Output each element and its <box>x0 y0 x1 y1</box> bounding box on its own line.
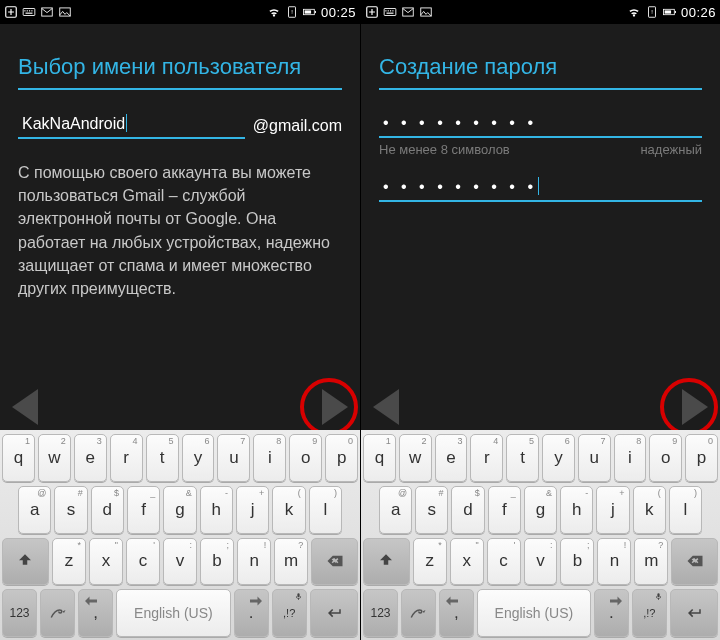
key-f[interactable]: f_ <box>488 486 521 534</box>
key-z[interactable]: z* <box>52 538 86 586</box>
key-v[interactable]: v: <box>163 538 197 586</box>
status-bar: ! 00:25 <box>0 0 360 24</box>
key-i[interactable]: i8 <box>253 434 286 482</box>
key-o[interactable]: o9 <box>649 434 682 482</box>
email-suffix: @gmail.com <box>253 117 342 139</box>
back-button[interactable] <box>12 389 38 425</box>
key-c[interactable]: c' <box>126 538 160 586</box>
key-.[interactable]: . <box>594 589 629 637</box>
key-m[interactable]: m? <box>274 538 308 586</box>
mail-icon <box>40 5 54 19</box>
key-n[interactable]: n! <box>237 538 271 586</box>
key-x[interactable]: x" <box>89 538 123 586</box>
status-bar: ! 00:26 <box>361 0 720 24</box>
key-q[interactable]: q1 <box>363 434 396 482</box>
key-w[interactable]: w2 <box>399 434 432 482</box>
key-f[interactable]: f_ <box>127 486 160 534</box>
key-p[interactable]: p0 <box>325 434 358 482</box>
password-confirm-input[interactable]: • • • • • • • • • <box>379 175 702 202</box>
screen-username: ! 00:25 Выбор имени пользователя KakNaAn… <box>0 0 360 640</box>
key-q[interactable]: q1 <box>2 434 35 482</box>
nav-row <box>361 389 720 425</box>
svg-rect-17 <box>388 10 389 11</box>
text-cursor <box>538 177 539 195</box>
svg-rect-5 <box>31 10 32 11</box>
key-b[interactable]: b; <box>200 538 234 586</box>
enter-key[interactable] <box>310 589 358 637</box>
enter-key[interactable] <box>670 589 718 637</box>
key-a[interactable]: a@ <box>18 486 51 534</box>
space-key[interactable]: English (US) <box>477 589 591 637</box>
password-input[interactable]: • • • • • • • • • <box>379 112 702 138</box>
key-h[interactable]: h- <box>200 486 233 534</box>
username-input[interactable]: KakNaAndroid <box>18 112 245 139</box>
key-k[interactable]: k( <box>633 486 666 534</box>
key-i[interactable]: i8 <box>614 434 647 482</box>
svg-rect-12 <box>315 11 316 13</box>
key-u[interactable]: u7 <box>217 434 250 482</box>
key-o[interactable]: o9 <box>289 434 322 482</box>
key-s[interactable]: s# <box>54 486 87 534</box>
key-g[interactable]: g& <box>524 486 557 534</box>
key-h[interactable]: h- <box>560 486 593 534</box>
key-,[interactable]: , <box>439 589 474 637</box>
key-g[interactable]: g& <box>163 486 196 534</box>
key-k[interactable]: k( <box>272 486 305 534</box>
swype-key[interactable] <box>40 589 75 637</box>
key-,!?[interactable]: ,!? <box>272 589 307 637</box>
key-r[interactable]: r4 <box>470 434 503 482</box>
key-y[interactable]: y6 <box>542 434 575 482</box>
svg-rect-4 <box>29 10 30 11</box>
swype-key[interactable] <box>401 589 436 637</box>
key-c[interactable]: c' <box>487 538 521 586</box>
key-u[interactable]: u7 <box>578 434 611 482</box>
page-title: Создание пароля <box>379 54 702 90</box>
key-,!?[interactable]: ,!? <box>632 589 667 637</box>
key-r[interactable]: r4 <box>110 434 143 482</box>
key-s[interactable]: s# <box>415 486 448 534</box>
key-e[interactable]: e3 <box>435 434 468 482</box>
next-button[interactable] <box>322 389 348 425</box>
svg-rect-2 <box>24 10 25 11</box>
backspace-key[interactable] <box>671 538 718 586</box>
key-j[interactable]: j+ <box>596 486 629 534</box>
nav-row <box>0 389 360 425</box>
key-b[interactable]: b; <box>560 538 594 586</box>
key-p[interactable]: p0 <box>685 434 718 482</box>
numbers-key[interactable]: 123 <box>363 589 398 637</box>
key-t[interactable]: t5 <box>146 434 179 482</box>
key-a[interactable]: a@ <box>379 486 412 534</box>
shift-key[interactable] <box>2 538 49 586</box>
hint-minchars: Не менее 8 символов <box>379 142 510 157</box>
key-d[interactable]: d$ <box>451 486 484 534</box>
content-area: Выбор имени пользователя KakNaAndroid @g… <box>0 24 360 300</box>
back-button[interactable] <box>373 389 399 425</box>
text-cursor <box>126 114 127 132</box>
backspace-key[interactable] <box>311 538 358 586</box>
password-confirm-value: • • • • • • • • • <box>383 178 537 195</box>
next-button[interactable] <box>682 389 708 425</box>
image-icon <box>419 5 433 19</box>
svg-rect-19 <box>392 10 393 11</box>
key-j[interactable]: j+ <box>236 486 269 534</box>
key-d[interactable]: d$ <box>91 486 124 534</box>
key-v[interactable]: v: <box>524 538 558 586</box>
key-m[interactable]: m? <box>634 538 668 586</box>
key-z[interactable]: z* <box>413 538 447 586</box>
key-.[interactable]: . <box>234 589 269 637</box>
key-l[interactable]: l) <box>309 486 342 534</box>
svg-rect-16 <box>385 10 386 11</box>
key-e[interactable]: e3 <box>74 434 107 482</box>
key-t[interactable]: t5 <box>506 434 539 482</box>
key-x[interactable]: x" <box>450 538 484 586</box>
numbers-key[interactable]: 123 <box>2 589 37 637</box>
key-y[interactable]: y6 <box>182 434 215 482</box>
content-area: Создание пароля • • • • • • • • • Не мен… <box>361 24 720 202</box>
shift-key[interactable] <box>363 538 410 586</box>
key-,[interactable]: , <box>78 589 113 637</box>
space-key[interactable]: English (US) <box>116 589 230 637</box>
key-w[interactable]: w2 <box>38 434 71 482</box>
key-n[interactable]: n! <box>597 538 631 586</box>
screen-password: ! 00:26 Создание пароля • • • • • • • • … <box>360 0 720 640</box>
key-l[interactable]: l) <box>669 486 702 534</box>
